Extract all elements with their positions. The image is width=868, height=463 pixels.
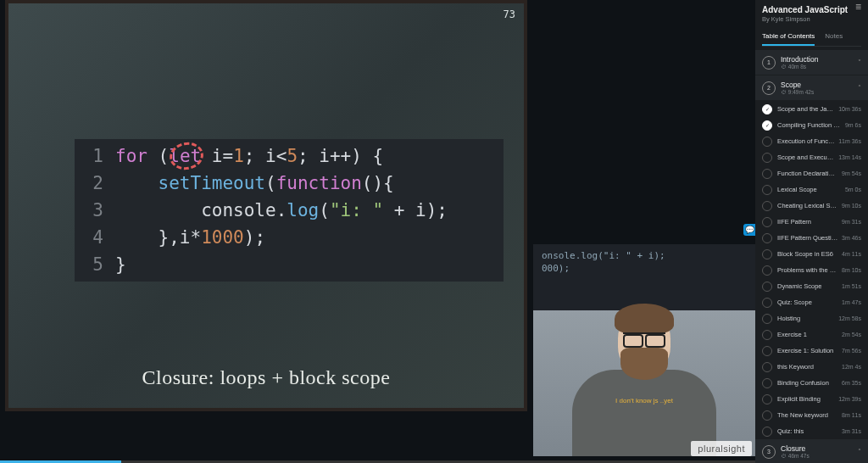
- lesson-item[interactable]: Function Declarations, Functio..9m 54s: [755, 165, 868, 181]
- chevron-down-icon: ˅: [858, 59, 861, 66]
- lesson-item[interactable]: Hoisting12m 58s: [755, 310, 868, 326]
- lesson-item[interactable]: Dynamic Scope1m 51s: [755, 278, 868, 294]
- circle-icon: [762, 185, 772, 195]
- table-of-contents[interactable]: 1Introduction⏱ 40m 8s˅2Scope⏱ 9:49m 42s˄…: [755, 50, 868, 463]
- slide-caption: Closure: loops + block scope: [8, 366, 524, 389]
- circle-icon: [762, 298, 772, 308]
- check-icon: ✓: [762, 120, 772, 131]
- circle-icon: [762, 427, 772, 437]
- lesson-item[interactable]: Execution of Function Code11m 36s: [755, 133, 868, 149]
- circle-icon: [762, 137, 772, 147]
- lesson-item[interactable]: Problems with the Let Keyword8m 10s: [755, 262, 868, 278]
- lesson-item[interactable]: Binding Confusion6m 35s: [755, 375, 868, 391]
- circle-icon: [762, 282, 772, 292]
- lesson-item[interactable]: IIFE Pattern Questions3m 46s: [755, 230, 868, 246]
- speaker-figure: I don't know js ..yet: [568, 295, 721, 456]
- course-sidebar: ≡ Advanced JavaScript By Kyle Simpson Ta…: [755, 0, 868, 463]
- lesson-item[interactable]: Scope and Execution Example13m 14s: [755, 149, 868, 165]
- circle-icon: [762, 410, 772, 421]
- circle-icon: [762, 378, 772, 388]
- chevron-up-icon: ˄: [858, 84, 861, 92]
- circle-icon: [762, 330, 772, 340]
- lesson-item[interactable]: Quiz: Scope1m 47s: [755, 294, 868, 310]
- lesson-item[interactable]: Lexical Scope5m 0s: [755, 181, 868, 198]
- section-header[interactable]: 1Introduction⏱ 40m 8s˅: [755, 50, 868, 75]
- lesson-item[interactable]: Cheating Lexical Scope: eval9m 10s: [755, 198, 868, 214]
- circle-icon: [762, 265, 772, 276]
- circle-icon: [762, 249, 772, 259]
- tab-notes[interactable]: Notes: [825, 28, 843, 46]
- section-header[interactable]: 2Scope⏱ 9:49m 42s˄: [755, 75, 868, 101]
- pluralsight-watermark: pluralsight: [691, 441, 752, 456]
- circle-icon: [762, 169, 772, 179]
- circle-icon: [762, 346, 772, 356]
- section-header[interactable]: 3Closure⏱ 46m 47s˄: [755, 439, 868, 463]
- sidebar-tabs: Table of Contents Notes: [762, 28, 861, 47]
- tab-toc[interactable]: Table of Contents: [762, 28, 815, 46]
- check-icon: ✓: [762, 104, 772, 114]
- lesson-item[interactable]: The New keyword8m 11s: [755, 407, 868, 423]
- lesson-item[interactable]: ✓Scope and the JavaScript Com..10m 36s: [755, 101, 868, 117]
- course-author: By Kyle Simpson: [762, 15, 861, 23]
- lesson-item[interactable]: this Keyword12m 4s: [755, 359, 868, 375]
- speaker-shirt-text: I don't know js ..yet: [615, 397, 673, 405]
- lesson-item[interactable]: Quiz: this3m 31s: [755, 423, 868, 439]
- video-player[interactable]: 73 1for (let i=1; i<5; i++) {2 setTimeou…: [0, 0, 755, 463]
- code-block: 1for (let i=1; i<5; i++) {2 setTimeout(f…: [75, 139, 504, 282]
- slide-number: 73: [504, 8, 515, 20]
- circle-icon: [762, 394, 772, 404]
- lesson-item[interactable]: Explicit Binding12m 39s: [755, 391, 868, 407]
- chevron-up-icon: ˄: [858, 448, 861, 455]
- circle-icon: [762, 217, 772, 227]
- circle-icon: [762, 314, 772, 324]
- circle-icon: [762, 153, 772, 163]
- circle-icon: [762, 201, 772, 211]
- lesson-item[interactable]: Exercise 12m 54s: [755, 326, 868, 343]
- slide-chalkboard: 73 1for (let i=1; i<5; i++) {2 setTimeou…: [5, 0, 527, 411]
- circle-icon: [762, 233, 772, 243]
- speaker-camera: onsole.log("i: " + i);000); I don't know…: [533, 244, 755, 456]
- lesson-item[interactable]: Block Scope in ES64m 11s: [755, 246, 868, 262]
- circle-icon: [762, 362, 772, 372]
- feedback-badge[interactable]: 💬: [743, 224, 755, 236]
- course-title: Advanced JavaScript: [762, 5, 861, 14]
- menu-icon[interactable]: ≡: [855, 3, 861, 10]
- lesson-item[interactable]: ✓Compiling Function Scope9m 6s: [755, 117, 868, 133]
- lesson-item[interactable]: Exercise 1: Solution7m 56s: [755, 343, 868, 359]
- lesson-item[interactable]: IIFE Pattern9m 31s: [755, 214, 868, 230]
